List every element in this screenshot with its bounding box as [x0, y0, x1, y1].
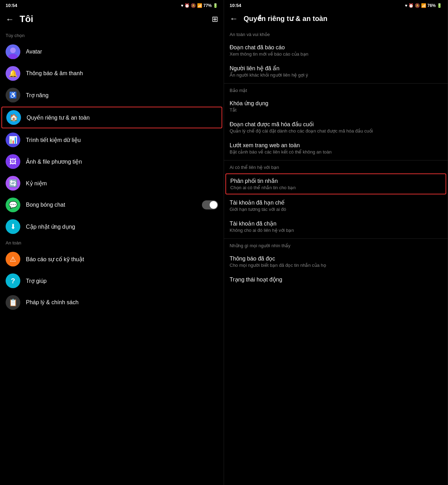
- menu-item-hidden-contacts[interactable]: Người liên hệ đã ẩn Ẩn người khác khỏi n…: [224, 61, 448, 82]
- bugreport-icon: ⚠: [6, 252, 20, 266]
- bubbles-toggle[interactable]: [202, 200, 218, 209]
- menu-item-active-status[interactable]: Trạng thái hoạt động: [224, 272, 448, 287]
- menu-item-datasaver[interactable]: 📊 Trình tiết kiệm dữ liệu: [0, 129, 224, 151]
- accessibility-icon: ♿: [6, 88, 20, 102]
- menu-item-blocked-accounts[interactable]: Tài khoản đã chặn Không cho ai đó liên h…: [224, 216, 448, 237]
- menu-title-accessibility: Trợ năng: [26, 92, 218, 99]
- menu-item-media[interactable]: 🖼 Ảnh & file phương tiện: [0, 151, 224, 172]
- menu-title-legal: Pháp lý & chính sách: [26, 299, 218, 306]
- notification-icon: 🔔: [6, 66, 20, 81]
- status-icons-right: ♥ ⏰ 🔕 📶 76% 🔋: [405, 3, 442, 8]
- update-icon: ⬇: [6, 219, 20, 234]
- menu-item-message-delivery[interactable]: Phân phối tin nhắn Chọn ai có thể nhắn t…: [225, 173, 446, 194]
- section-label-safety: An toàn và vui khỏe: [224, 29, 448, 40]
- menu-title-bubbles: Bong bóng chat: [26, 202, 202, 208]
- qr-button[interactable]: ⊞: [212, 15, 218, 24]
- privacy-icon: 🏠: [6, 110, 21, 125]
- menu-item-read-receipts[interactable]: Thông báo đã đọc Cho mọi người biết bạn …: [224, 251, 448, 272]
- legal-icon: 📋: [6, 295, 20, 310]
- status-icons-left: ♥ ⏰ 🔕 📶 77% 🔋: [181, 3, 218, 8]
- avatar-icon: [6, 44, 20, 59]
- menu-item-reported-chats[interactable]: Đoạn chat đã báo cáo Xem thông tin mới v…: [224, 40, 448, 61]
- section-label-visibility: Những gì mọi người nhìn thấy: [224, 240, 448, 251]
- menu-item-safe-browsing[interactable]: Lướt xem trang web an toàn Bật cảnh báo …: [224, 138, 448, 159]
- menu-title-bugreport: Báo cáo sự cố kỹ thuật: [26, 256, 218, 263]
- menu-item-accessibility[interactable]: ♿ Trợ năng: [0, 84, 224, 106]
- battery-left: 77%: [203, 3, 212, 8]
- menu-item-notification[interactable]: 🔔 Thông báo & âm thanh: [0, 63, 224, 84]
- svg-point-1: [10, 48, 16, 53]
- media-icon: 🖼: [6, 154, 20, 169]
- time-left: 10:54: [6, 3, 17, 8]
- section-label-antoan: An toàn: [0, 237, 224, 248]
- menu-title-update: Cập nhật ứng dụng: [26, 223, 218, 230]
- menu-item-restricted-accounts[interactable]: Tài khoản đã hạn chế Giới hạn tương tác …: [224, 195, 448, 216]
- menu-item-app-lock[interactable]: Khóa ứng dụng Tắt: [224, 96, 448, 117]
- menu-item-bugreport[interactable]: ⚠ Báo cáo sự cố kỹ thuật: [0, 248, 224, 270]
- bubbles-icon: 💬: [6, 198, 20, 212]
- menu-title-media: Ảnh & file phương tiện: [26, 158, 218, 165]
- section-label-security: Bảo mật: [224, 85, 448, 96]
- back-button-right[interactable]: ←: [230, 14, 238, 23]
- datasaver-icon: 📊: [6, 133, 20, 147]
- section-label-tuychon: Tùy chọn: [0, 30, 224, 41]
- right-screen-title: Quyền riêng tư & an toàn: [244, 14, 327, 23]
- left-screen: 10:54 ♥ ⏰ 🔕 📶 77% 🔋 ← Tôi ⊞ Tùy chọn: [0, 0, 224, 485]
- menu-title-datasaver: Trình tiết kiệm dữ liệu: [26, 137, 218, 143]
- menu-item-legal[interactable]: 📋 Pháp lý & chính sách: [0, 292, 224, 313]
- menu-item-e2e-chat[interactable]: Đoạn chat được mã hóa đầu cuối Quản lý c…: [224, 117, 448, 138]
- menu-item-privacy[interactable]: 🏠 Quyền riêng tư & an toàn: [1, 107, 222, 128]
- menu-item-avatar[interactable]: Avatar: [0, 41, 224, 63]
- divider-3: [224, 238, 448, 239]
- menu-item-update[interactable]: ⬇ Cập nhật ứng dụng: [0, 216, 224, 237]
- left-header: ← Tôi ⊞: [0, 9, 224, 30]
- right-screen: 10:54 ♥ ⏰ 🔕 📶 76% 🔋 ← Quyền riêng tư & a…: [224, 0, 448, 485]
- menu-title-notification: Thông báo & âm thanh: [26, 70, 218, 77]
- divider-2: [224, 160, 448, 161]
- left-screen-title: Tôi: [20, 14, 33, 24]
- menu-title-memories: Kỷ niệm: [26, 180, 218, 187]
- menu-item-help[interactable]: ? Trợ giúp: [0, 270, 224, 292]
- memories-icon: 🔄: [6, 176, 20, 191]
- section-label-contact: Ai có thể liên hệ với bạn: [224, 162, 448, 173]
- time-right: 10:54: [230, 3, 241, 8]
- menu-title-avatar: Avatar: [26, 49, 218, 55]
- menu-item-bubbles[interactable]: 💬 Bong bóng chat: [0, 194, 224, 216]
- status-bar-right: 10:54 ♥ ⏰ 🔕 📶 76% 🔋: [224, 0, 448, 9]
- right-header: ← Quyền riêng tư & an toàn: [224, 9, 448, 29]
- menu-title-help: Trợ giúp: [26, 278, 218, 284]
- status-bar-left: 10:54 ♥ ⏰ 🔕 📶 77% 🔋: [0, 0, 224, 9]
- help-icon: ?: [6, 273, 20, 288]
- menu-item-memories[interactable]: 🔄 Kỷ niệm: [0, 172, 224, 194]
- divider-1: [224, 83, 448, 84]
- menu-title-privacy: Quyền riêng tư & an toàn: [27, 114, 217, 121]
- back-button-left[interactable]: ←: [6, 14, 14, 24]
- battery-right: 76%: [427, 3, 436, 8]
